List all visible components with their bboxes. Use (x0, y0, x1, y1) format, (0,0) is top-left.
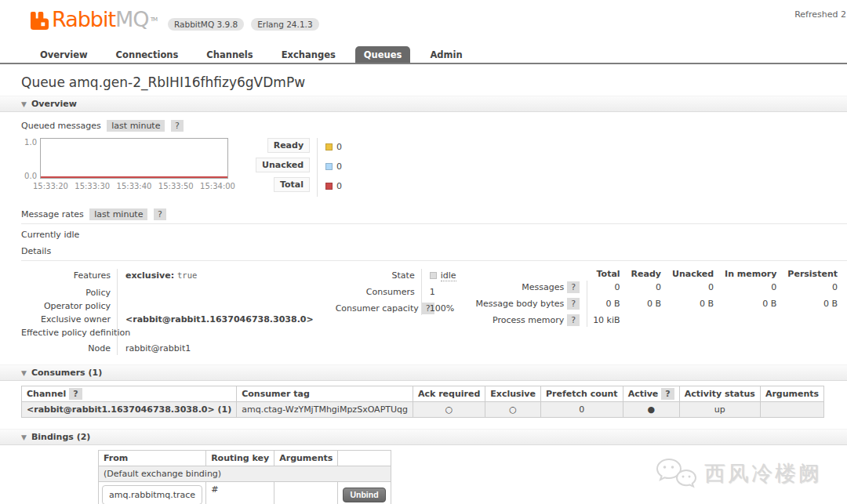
active-indicator: ● (623, 402, 679, 418)
process-memory-row-label: Process memory? (471, 310, 587, 327)
chart-legend: Ready 0 Unacked 0 Total 0 (256, 138, 342, 197)
rabbitmq-logo[interactable]: RabbitMQTM RabbitMQ 3.9.8 Erlang 24.1.3 (30, 9, 847, 31)
operator-policy-value (118, 299, 314, 313)
legend-value-total: 0 (336, 181, 342, 191)
feature-key: exclusive: (125, 270, 174, 281)
feature-value: true (177, 270, 197, 280)
node-label: Node (21, 339, 118, 355)
tab-channels[interactable]: Channels (198, 46, 261, 63)
stat-cell: 0 B (667, 294, 719, 310)
process-memory-help-icon[interactable]: ? (567, 314, 580, 326)
stat-cell: 0 (587, 281, 626, 294)
x-tick: 15:33:30 (75, 182, 110, 190)
details-facts-left: Features exclusive:true Policy Operator … (21, 269, 314, 355)
queued-messages-help-icon[interactable]: ? (171, 120, 184, 132)
stat-cell: 0 B (587, 294, 626, 310)
consumer-capacity-label: Consumer capacity? (336, 299, 422, 315)
version-badges: RabbitMQ 3.9.8 Erlang 24.1.3 (168, 18, 319, 31)
messages-help-icon[interactable]: ? (567, 281, 580, 293)
consumer-tag-value: amq.ctag-WzYMjTMhgiMpzSxOAPTUqg (237, 402, 413, 418)
stat-cell: 10 kiB (587, 310, 626, 327)
consumers-section-title: Consumers (1) (31, 368, 102, 378)
erlang-version-badge: Erlang 24.1.3 (251, 18, 318, 31)
message-body-bytes-label: Message body bytes (476, 299, 565, 309)
unbind-button[interactable]: Unbind (343, 488, 385, 502)
tab-exchanges[interactable]: Exchanges (273, 46, 344, 63)
active-help-icon[interactable]: ? (661, 388, 674, 400)
stat-cell (843, 310, 847, 327)
message-rates-row: Message rates last minute ? (21, 209, 847, 224)
tab-overview[interactable]: Overview (31, 46, 96, 63)
refreshed-timestamp: Refreshed 2 (794, 9, 846, 20)
queued-messages-label: Queued messages (21, 121, 101, 131)
col-active: Active? (623, 386, 679, 402)
legend-swatch-ready (325, 143, 333, 150)
messages-row-label: Messages? (471, 281, 587, 294)
col-exclusive: Exclusive (485, 386, 541, 402)
default-binding-text: (Default exchange binding) (99, 466, 391, 482)
y-tick-max: 1.0 (21, 138, 37, 147)
state-value: idle (441, 270, 456, 281)
col-routing-key: Routing key (206, 451, 274, 466)
consumer-capacity-text: Consumer capacity (336, 303, 419, 314)
tab-connections[interactable]: Connections (107, 46, 187, 63)
binding-row: amq.rabbitmq.trace # Unbind (99, 482, 391, 504)
message-rates-help-icon[interactable]: ? (154, 208, 166, 220)
stats-col-transient-paged-out: Transient, Paged Out (843, 267, 847, 281)
consumers-label: Consumers (336, 282, 422, 299)
features-label: Features (21, 269, 118, 282)
default-binding-row: (Default exchange binding) (99, 466, 391, 482)
page-title: Queueamq.gen-2_RbIHI16fhfizy6gVDmPw (21, 74, 847, 90)
col-binding-action (338, 451, 391, 466)
consumer-channel-link[interactable]: <rabbit@rabbit1.1637046738.3038.0> (1) (22, 402, 237, 418)
col-prefetch-count: Prefetch count (541, 386, 623, 402)
rate-window-selector[interactable]: last minute (107, 120, 165, 132)
x-tick: 15:33:20 (33, 182, 68, 190)
page-title-prefix: Queue (21, 74, 65, 90)
col-activity-status: Activity status (679, 386, 760, 402)
message-body-bytes-help-icon[interactable]: ? (567, 298, 580, 310)
legend-label-unacked: Unacked (256, 158, 310, 172)
stats-row-message-body-bytes: Message body bytes? 0 B 0 B 0 B 0 B 0 B … (471, 294, 847, 310)
features-value: exclusive:true (118, 269, 314, 282)
stat-cell: 0 (719, 281, 782, 294)
stats-header-row: Total Ready Unacked In memory Persistent… (471, 267, 847, 281)
message-rates-label: Message rates (21, 209, 84, 219)
consumers-section-header[interactable]: ▼Consumers (1) (0, 364, 847, 381)
effective-policy-definition-label: Effective policy definition (21, 326, 118, 339)
binding-arguments (274, 482, 338, 504)
col-ack-required: Ack required (413, 386, 485, 402)
legend-swatch-unacked (325, 163, 333, 170)
bindings-section-header[interactable]: ▼Bindings (2) (0, 429, 847, 445)
message-stats-table: Total Ready Unacked In memory Persistent… (471, 267, 847, 327)
overview-section-title: Overview (31, 99, 77, 109)
process-memory-label: Process memory (493, 315, 564, 325)
legend-value-unacked: 0 (336, 161, 342, 172)
stat-cell: 0 (626, 281, 667, 294)
overview-section-header[interactable]: ▼Overview (0, 96, 847, 112)
bindings-section-title: Bindings (2) (31, 432, 90, 442)
message-rates-window-selector[interactable]: last minute (89, 208, 147, 220)
chart-y-axis: 1.0 0.0 (21, 138, 40, 180)
queued-messages-row: Queued messages last minute ? (21, 121, 847, 131)
binding-action-cell: Unbind (338, 482, 391, 504)
collapse-triangle-icon: ▼ (21, 369, 27, 377)
total-series-line (41, 176, 227, 178)
queued-messages-chart: 1.0 0.0 15:33:20 15:33:30 15:33:40 15:33… (21, 138, 847, 197)
y-tick-min: 0.0 (21, 172, 37, 180)
stat-cell: 0 B (626, 294, 667, 310)
collapse-triangle-icon: ▼ (21, 100, 27, 108)
consumer-row: <rabbit@rabbit1.1637046738.3038.0> (1) a… (22, 402, 824, 418)
ack-required-indicator: ○ (413, 402, 485, 418)
stat-cell: 0 (782, 281, 843, 294)
exclusive-owner-value[interactable]: <rabbit@rabbit1.1637046738.3038.0> (118, 313, 314, 326)
tab-admin[interactable]: Admin (421, 46, 471, 63)
state-value-wrap: idle (422, 269, 456, 282)
consumer-capacity-value: 100% (422, 299, 456, 315)
tab-queues[interactable]: Queues (355, 46, 411, 63)
exchange-link[interactable]: amq.rabbitmq.trace (102, 485, 202, 504)
stats-col-ready: Ready (626, 267, 667, 281)
channel-help-icon[interactable]: ? (69, 388, 82, 400)
stat-cell: 0 (667, 281, 719, 294)
stats-col-in-memory: In memory (719, 267, 782, 281)
